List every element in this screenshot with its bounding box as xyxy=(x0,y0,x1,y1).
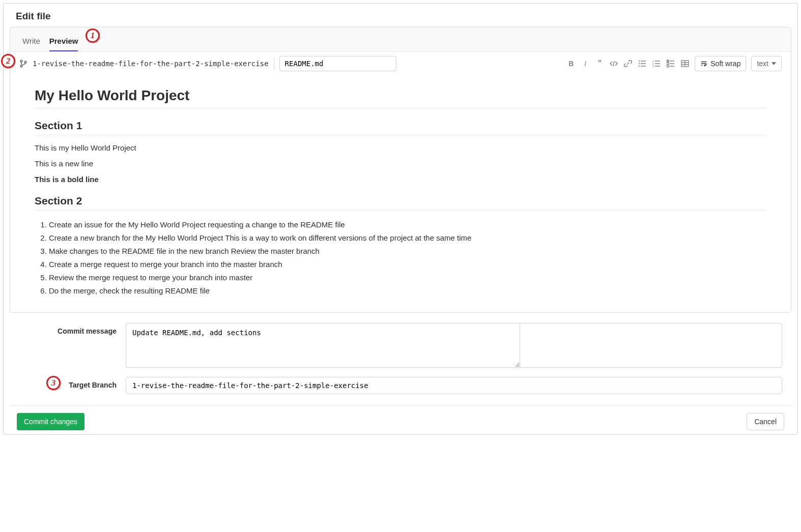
format-toolbar: B I ” 123 xyxy=(566,59,690,68)
svg-point-3 xyxy=(639,61,640,62)
svg-text:3: 3 xyxy=(652,65,654,68)
svg-rect-12 xyxy=(655,63,660,64)
divider xyxy=(274,56,274,71)
page-title: Edit file xyxy=(4,4,797,27)
commit-message-label: Commit message xyxy=(19,323,126,335)
preview-content: My Hello World Project Section 1 This is… xyxy=(10,75,791,312)
commit-side-panel xyxy=(520,323,782,368)
italic-icon[interactable]: I xyxy=(581,59,590,68)
branch-name: 1-revise-the-readme-file-for-the-part-2-… xyxy=(33,60,269,68)
preview-paragraph: This is a bold line xyxy=(35,175,766,184)
list-item: Do the merge, check the resulting README… xyxy=(49,285,766,297)
preview-section1-heading: Section 1 xyxy=(35,120,766,135)
commit-message-input[interactable] xyxy=(126,323,520,368)
list-item: Create an issue for the My Hello World P… xyxy=(49,219,766,231)
svg-point-1 xyxy=(20,65,22,67)
link-icon[interactable] xyxy=(623,59,633,68)
numbered-list-icon[interactable]: 123 xyxy=(652,59,661,68)
tab-write[interactable]: Write xyxy=(22,33,40,51)
svg-rect-10 xyxy=(655,61,660,62)
code-icon[interactable] xyxy=(609,59,618,68)
tab-preview[interactable]: Preview xyxy=(49,33,78,51)
target-branch-label: Target Branch xyxy=(19,377,126,389)
list-item: Create a new branch for the My Hello Wor… xyxy=(49,232,766,244)
annotation-1: 1 xyxy=(85,28,100,43)
table-icon[interactable] xyxy=(680,59,690,68)
quote-icon[interactable]: ” xyxy=(595,59,604,68)
tabs-row: Write Preview 1 xyxy=(10,27,791,51)
svg-point-2 xyxy=(24,61,26,63)
svg-rect-17 xyxy=(667,63,669,65)
svg-point-5 xyxy=(639,63,640,64)
preview-paragraph: This is a new line xyxy=(35,159,766,168)
toolbar-row: 2 1-revise-the-readme-file-for-the-part-… xyxy=(10,51,791,75)
commit-form: Commit message 3 Target Branch xyxy=(4,318,797,405)
editor-panel: Write Preview 1 2 1-revise-the-readme-fi… xyxy=(10,27,791,313)
svg-rect-19 xyxy=(667,65,669,67)
list-item: Review the merge request to merge your b… xyxy=(49,272,766,284)
soft-wrap-button[interactable]: Soft wrap xyxy=(695,56,746,71)
svg-rect-20 xyxy=(670,66,674,67)
svg-rect-14 xyxy=(655,66,660,67)
cancel-button[interactable]: Cancel xyxy=(747,413,784,430)
preview-ordered-list: Create an issue for the My Hello World P… xyxy=(35,219,766,297)
commit-changes-button[interactable]: Commit changes xyxy=(17,413,84,430)
svg-point-0 xyxy=(20,60,22,62)
annotation-3: 3 xyxy=(46,376,61,390)
preview-paragraph: This is my Hello World Project xyxy=(35,143,766,152)
preview-h1: My Hello World Project xyxy=(35,87,766,108)
soft-wrap-label: Soft wrap xyxy=(710,60,740,68)
wrap-icon xyxy=(700,60,707,67)
preview-section2-heading: Section 2 xyxy=(35,195,766,211)
svg-point-7 xyxy=(639,66,640,67)
list-item: Create a merge request to merge your bra… xyxy=(49,258,766,271)
filename-input[interactable] xyxy=(279,56,396,71)
svg-rect-16 xyxy=(670,61,674,62)
syntax-label: text xyxy=(757,60,768,68)
svg-rect-4 xyxy=(641,61,646,62)
svg-rect-8 xyxy=(641,66,646,67)
list-item: Make changes to the README file in the n… xyxy=(49,245,766,257)
syntax-dropdown[interactable]: text xyxy=(751,56,782,71)
bold-icon[interactable]: B xyxy=(566,59,576,68)
chevron-down-icon xyxy=(771,62,776,65)
svg-rect-6 xyxy=(641,63,646,64)
svg-rect-18 xyxy=(670,63,674,64)
annotation-2: 2 xyxy=(1,54,15,68)
bullet-list-icon[interactable] xyxy=(638,59,647,68)
task-list-icon[interactable] xyxy=(666,59,675,68)
branch-icon xyxy=(19,60,27,68)
target-branch-input[interactable] xyxy=(126,377,782,394)
footer-actions: Commit changes Cancel xyxy=(10,405,791,434)
